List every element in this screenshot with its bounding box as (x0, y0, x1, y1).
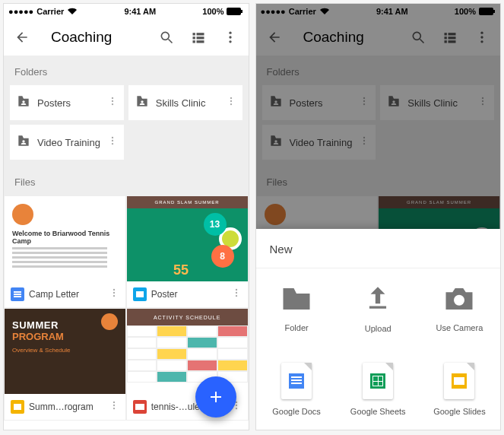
folder-name: Posters (290, 97, 353, 109)
signal-dots-icon: ●●●●● (8, 7, 33, 16)
back-button[interactable] (13, 30, 31, 45)
svg-point-31 (113, 402, 115, 403)
overflow-button[interactable] (473, 30, 491, 45)
file-overflow-icon[interactable] (109, 400, 119, 414)
file-item[interactable]: Welcome to Briarwood Tennis Camp (256, 195, 379, 233)
svg-rect-9 (196, 40, 204, 43)
folder-name: Posters (37, 97, 101, 109)
fab-new-button[interactable] (195, 376, 236, 418)
svg-point-56 (482, 100, 483, 102)
folder-grid: Posters Skills Clinic Video Training (4, 85, 249, 166)
upload-icon (363, 284, 392, 316)
svg-point-19 (230, 100, 231, 102)
search-button[interactable] (409, 30, 427, 45)
folder-overflow-icon[interactable] (359, 135, 369, 149)
view-toggle-button[interactable] (189, 30, 208, 45)
folder-overflow-icon[interactable] (477, 96, 488, 110)
file-overflow-icon[interactable] (231, 287, 242, 301)
sheet-item-sheets[interactable]: Google Sheets (338, 349, 419, 430)
svg-point-12 (229, 40, 231, 43)
sheet-item-slides[interactable]: Google Slides (419, 349, 500, 430)
svg-point-55 (482, 97, 483, 99)
folder-item[interactable]: Skills Clinic (380, 85, 494, 120)
svg-point-36 (235, 408, 236, 409)
svg-point-59 (363, 137, 365, 138)
new-bottom-sheet: New Folder Upload Use Camera Google Docs… (256, 229, 501, 430)
svg-point-51 (363, 97, 365, 99)
clock: 9:41 AM (124, 7, 156, 16)
file-item[interactable]: SUMMER PROGRAM Overview & Schedule Summ…… (4, 308, 126, 421)
svg-point-35 (235, 405, 236, 406)
svg-point-32 (113, 405, 115, 406)
file-name: Camp Letter (29, 289, 104, 300)
back-button[interactable] (265, 30, 284, 45)
carrier-label: Carrier (36, 7, 64, 16)
svg-point-14 (112, 97, 113, 99)
folder-overflow-icon[interactable] (226, 96, 236, 110)
svg-point-2 (161, 32, 169, 40)
svg-point-11 (229, 36, 231, 38)
status-bar: ●●●●● Carrier 9:41 AM 100% (256, 4, 501, 19)
svg-point-16 (112, 103, 113, 105)
section-folders-label: Folders (4, 56, 249, 85)
svg-point-29 (235, 292, 236, 294)
google-docs-icon (281, 363, 312, 399)
folder-item[interactable]: Posters (10, 85, 124, 120)
section-files-label: Files (4, 166, 249, 195)
svg-rect-37 (479, 8, 493, 15)
file-thumbnail: SUMMER PROGRAM Overview & Schedule (5, 309, 125, 394)
battery-icon (479, 8, 496, 15)
file-thumbnail: Welcome to Briarwood Tennis Camp (5, 196, 125, 281)
svg-point-53 (363, 103, 365, 105)
shared-folder-icon (268, 94, 284, 112)
folder-item[interactable]: Skills Clinic (128, 85, 242, 120)
folder-item[interactable]: Video Training (262, 125, 376, 160)
clock: 9:41 AM (376, 7, 408, 16)
svg-point-58 (274, 140, 277, 142)
folder-item[interactable]: Video Training (10, 125, 124, 160)
file-item[interactable]: GRAND SLAM SUMMER 13 8 55 Poster (126, 195, 249, 308)
google-slides-icon (444, 363, 474, 399)
svg-rect-7 (196, 37, 204, 39)
sheet-item-camera[interactable]: Use Camera (419, 268, 500, 349)
svg-point-49 (480, 40, 483, 43)
folder-item[interactable]: Posters (262, 85, 376, 120)
folder-name: Video Training (37, 137, 101, 148)
sheet-title: New (256, 229, 501, 268)
svg-point-13 (22, 100, 24, 103)
search-button[interactable] (157, 30, 176, 45)
file-item[interactable]: Welcome to Briarwood Tennis Camp Camp Le… (4, 195, 126, 308)
folder-overflow-icon[interactable] (107, 135, 118, 149)
file-item[interactable]: GRAND SLAM SUMMER (378, 195, 500, 233)
svg-rect-5 (196, 33, 204, 35)
svg-rect-0 (227, 8, 241, 15)
svg-point-30 (235, 295, 236, 297)
svg-rect-41 (445, 33, 447, 35)
pdf-icon (133, 400, 147, 414)
view-toggle-button[interactable] (441, 30, 459, 45)
svg-point-48 (480, 36, 483, 38)
file-thumbnail: GRAND SLAM SUMMER (379, 196, 499, 233)
svg-point-23 (112, 140, 113, 141)
file-thumbnail: Welcome to Briarwood Tennis Camp (257, 196, 378, 233)
sheet-item-upload[interactable]: Upload (338, 268, 419, 349)
svg-point-62 (454, 295, 464, 306)
folder-overflow-icon[interactable] (359, 96, 369, 110)
file-overflow-icon[interactable] (109, 287, 119, 301)
svg-rect-8 (192, 40, 195, 43)
wifi-icon (67, 8, 78, 15)
shared-folder-icon (135, 94, 150, 112)
file-thumbnail: GRAND SLAM SUMMER 13 8 55 (127, 196, 248, 281)
folder-name: Video Training (290, 137, 353, 148)
file-name: Summ…rogram (29, 402, 104, 412)
slides-icon (11, 400, 24, 414)
svg-point-24 (112, 143, 113, 144)
svg-point-39 (413, 32, 420, 40)
sheet-item-docs[interactable]: Google Docs (256, 349, 338, 430)
svg-point-17 (141, 100, 143, 103)
svg-rect-42 (449, 33, 456, 35)
overflow-button[interactable] (221, 30, 239, 45)
folder-overflow-icon[interactable] (107, 96, 118, 110)
sheet-item-folder[interactable]: Folder (256, 268, 338, 349)
folder-name: Skills Clinic (407, 97, 471, 109)
